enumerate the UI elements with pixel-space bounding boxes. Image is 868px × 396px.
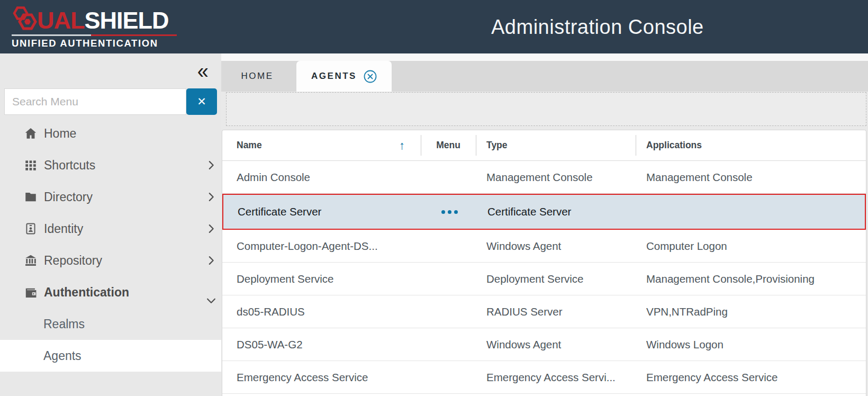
cell-type: Management Console (476, 161, 636, 193)
id-card-icon (24, 222, 38, 236)
sidebar-item[interactable]: Shortcuts (0, 149, 221, 181)
table-body: Admin Console Management Console Managem… (222, 161, 866, 394)
cell-menu (422, 195, 477, 229)
tab[interactable]: AGENTS (296, 61, 392, 92)
sidebar-item-label: Agents (43, 349, 82, 363)
sidebar-item[interactable]: Identity (0, 213, 221, 245)
cell-type: Deployment Service (476, 263, 636, 295)
sidebar-item-label: Shortcuts (44, 158, 95, 173)
cell-applications: Management Console (636, 161, 866, 193)
chevron-right-icon (205, 191, 217, 203)
sidebar-item-label: Identity (44, 222, 83, 236)
cell-applications: VPN,NTRadPing (636, 295, 866, 328)
cell-name: Deployment Service (222, 263, 421, 295)
table-row[interactable]: ds05-RADIUS RADIUS Server VPN,NTRadPing (222, 295, 866, 328)
page-title: Administration Console (491, 15, 704, 38)
logo-tagline: UNIFIED AUTHENTICATION (12, 38, 189, 49)
sort-ascending-icon: ↑ (399, 139, 405, 152)
dualshield-logo: UAL SHIELD UNIFIED AUTHENTICATION (12, 4, 189, 49)
sidebar: « ✕ Home Shortcuts (0, 53, 221, 396)
cell-applications: Management Console,Provisioning (636, 263, 866, 295)
cell-menu (421, 328, 476, 361)
cell-applications: Windows Logon (636, 328, 866, 361)
cell-name: Emergency Access Service (222, 361, 421, 393)
search-input[interactable] (4, 88, 186, 115)
sidebar-item-label: Authentication (44, 285, 129, 300)
cell-applications: Emergency Access Service (636, 361, 866, 393)
sidebar-item[interactable]: Repository (0, 245, 221, 276)
header-divider-strip (221, 53, 868, 61)
sidebar-menu: Home Shortcuts Directory Iden (0, 118, 221, 372)
table-row[interactable]: Admin Console Management Console Managem… (222, 161, 866, 194)
sidebar-collapse-row: « (0, 53, 221, 88)
table-row[interactable]: Computer-Logon-Agent-DS... Windows Agent… (222, 230, 866, 263)
sidebar-item[interactable]: Home (0, 118, 221, 149)
tab-close-icon[interactable] (364, 70, 377, 83)
toolbar-dropzone (226, 92, 866, 126)
column-header-type[interactable]: Type (476, 130, 636, 160)
chevron-down-icon (205, 295, 217, 307)
sidebar-search: ✕ (4, 88, 217, 115)
agents-table: Name ↑ Menu Type Applications Admin Cons… (222, 130, 866, 396)
cell-type: Windows Agent (476, 230, 636, 262)
collapse-sidebar-icon[interactable]: « (197, 62, 209, 79)
cell-name: DS05-WA-G2 (222, 328, 421, 361)
chevron-right-icon (205, 223, 217, 235)
grid-icon (24, 158, 38, 172)
chevron-right-icon (205, 255, 217, 266)
sidebar-item-label: Realms (43, 317, 85, 331)
cell-applications: Computer Logon (636, 230, 866, 262)
cell-menu (421, 361, 476, 393)
column-header-menu[interactable]: Menu (421, 130, 476, 160)
table-row[interactable]: Emergency Access Service Emergency Acces… (222, 361, 866, 394)
app-window: UAL SHIELD UNIFIED AUTHENTICATION Admini… (0, 0, 868, 396)
app-header: UAL SHIELD UNIFIED AUTHENTICATION Admini… (0, 0, 868, 53)
main-content: HOME AGENTS Name (221, 53, 868, 396)
tab-label: AGENTS (311, 71, 357, 82)
cell-type: Windows Agent (476, 328, 636, 361)
folder-icon (24, 190, 38, 204)
cell-menu (421, 161, 476, 193)
column-header-applications[interactable]: Applications (636, 130, 866, 160)
logo-text-red: UAL (37, 7, 84, 34)
cell-type: Emergency Access Servi... (476, 361, 636, 393)
search-clear-button[interactable]: ✕ (186, 88, 217, 115)
chevron-right-icon (205, 159, 217, 171)
cell-name: Certificate Server (223, 195, 422, 229)
sidebar-item-label: Home (44, 127, 76, 141)
cell-name: Admin Console (222, 161, 421, 193)
dualshield-hexagon-logo-icon (12, 5, 39, 34)
cell-applications (637, 195, 865, 229)
sidebar-item[interactable]: Directory (0, 181, 221, 213)
cell-type: Certificate Server (477, 195, 637, 229)
sidebar-item[interactable]: Authentication (0, 276, 221, 308)
cell-name: Computer-Logon-Agent-DS... (222, 230, 421, 262)
home-icon (24, 127, 38, 140)
row-actions-menu-icon[interactable] (441, 210, 458, 214)
cell-type: RADIUS Server (476, 295, 636, 328)
table-header-row: Name ↑ Menu Type Applications (222, 130, 866, 161)
cell-name: ds05-RADIUS (222, 295, 421, 328)
cell-menu (421, 263, 476, 295)
table-row[interactable]: DS05-WA-G2 Windows Agent Windows Logon (222, 328, 866, 361)
logo-underline (12, 34, 189, 36)
tab-label: HOME (241, 71, 274, 82)
logo-text-white: SHIELD (84, 7, 168, 34)
wallet-icon (24, 285, 38, 299)
table-row[interactable]: Certificate Server Certificate Server (222, 194, 866, 230)
bank-icon (24, 254, 38, 267)
tab-bar: HOME AGENTS (221, 61, 868, 92)
tab[interactable]: HOME (225, 61, 290, 92)
sidebar-item-label: Repository (44, 254, 102, 268)
sidebar-item[interactable]: Realms (0, 308, 221, 340)
sidebar-item-label: Directory (44, 190, 93, 204)
cell-menu (421, 295, 476, 328)
sidebar-item[interactable]: Agents (0, 340, 221, 372)
cell-menu (421, 230, 476, 262)
column-header-name[interactable]: Name ↑ (222, 130, 421, 160)
table-row[interactable]: Deployment Service Deployment Service Ma… (222, 263, 866, 295)
